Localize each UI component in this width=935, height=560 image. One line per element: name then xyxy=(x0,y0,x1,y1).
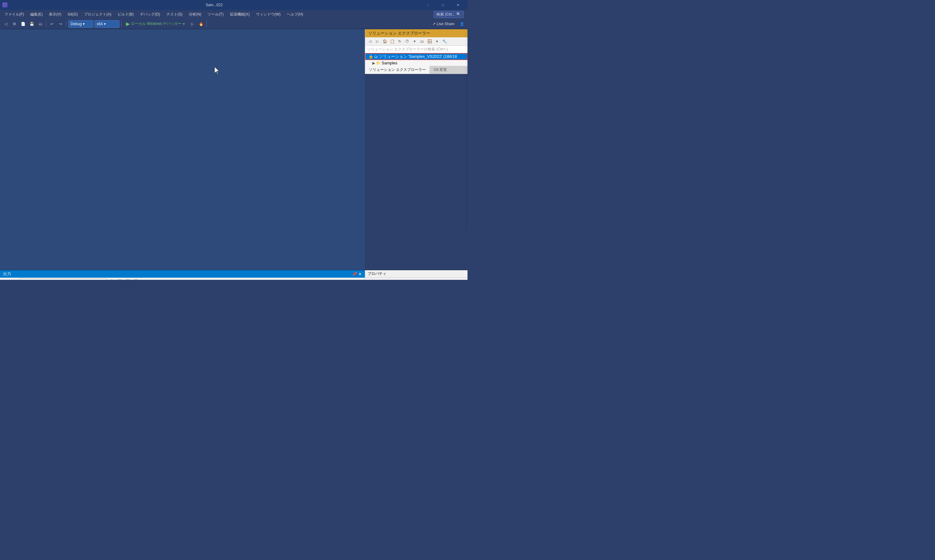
platform-dropdown[interactable]: x64 ▾ xyxy=(95,20,119,28)
toolbar-run2-btn[interactable]: ▷ xyxy=(188,20,196,28)
maximize-button[interactable]: □ xyxy=(436,0,450,10)
properties-panel: プロパティ ⊞ ↕ 🔧 Samples_VS2022 ソリューションのプロパティ… xyxy=(365,270,467,280)
output-align2-btn[interactable]: ⬛ xyxy=(124,278,131,280)
share-icon: ↗ xyxy=(432,22,436,26)
menu-build[interactable]: ビルド(B) xyxy=(114,11,137,18)
props-sort-btn[interactable]: ↕ xyxy=(374,278,381,280)
se-btn2[interactable]: ⏱ xyxy=(404,38,411,45)
se-collapse-btn[interactable]: 🗂 xyxy=(419,38,425,45)
menu-test[interactable]: テスト(S) xyxy=(163,11,186,18)
folder-icon: 📁 xyxy=(376,61,381,65)
output-toolbar: 出力元(S): ソース管理 - Git ▾ 🚫 ⬛ ⬛ ⬛ ≡ xyxy=(0,278,365,280)
se-refresh-btn[interactable]: ↻ xyxy=(396,38,403,45)
chevron-down-icon: ▾ xyxy=(103,280,105,280)
se-btn1[interactable]: 📋 xyxy=(389,38,396,45)
toolbar-sep-3 xyxy=(121,21,122,27)
toolbar-hotreload-btn[interactable]: 🔥 xyxy=(197,20,205,28)
expand-icon: ▶ xyxy=(372,61,375,65)
play-icon: ▶ xyxy=(126,21,130,27)
output-clear-btn[interactable]: 🚫 xyxy=(108,278,115,280)
menu-file[interactable]: ファイル(F) xyxy=(1,11,27,18)
search-box[interactable]: 検索 (Ctrl... 🔍 xyxy=(434,11,464,18)
window-controls: － □ ✕ xyxy=(421,0,465,10)
se-view-btn[interactable]: 🪟 xyxy=(426,38,433,45)
toolbar-btn-4[interactable]: 🗂 xyxy=(37,20,44,28)
se-forward-btn[interactable]: ▷ xyxy=(374,38,381,45)
se-back-btn[interactable]: ◁ xyxy=(367,38,373,45)
window-title: Sam...022 xyxy=(9,3,420,7)
solution-explorer-title: ソリューション エクスプローラー xyxy=(365,29,467,37)
output-align3-btn[interactable]: ⬛ xyxy=(132,278,139,280)
tab-git-changes[interactable]: Git 変更 xyxy=(430,66,451,74)
toolbar-btn-1[interactable]: ⚙ xyxy=(11,20,18,28)
editor-area xyxy=(0,29,365,270)
menu-window[interactable]: ウィンドウ(W) xyxy=(253,11,284,18)
toolbar-sep-1 xyxy=(46,21,46,27)
bottom-area: 出力 📌 ✕ 出力元(S): ソース管理 - Git ▾ 🚫 ⬛ ⬛ ⬛ ≡ リ… xyxy=(0,270,467,280)
menu-analyze[interactable]: 分析(N) xyxy=(186,11,205,18)
output-more-btn[interactable]: ≡ xyxy=(140,278,147,280)
close-button[interactable]: ✕ xyxy=(451,0,465,10)
properties-title-bar: プロパティ xyxy=(365,270,467,278)
menu-project[interactable]: プロジェクト(A) xyxy=(81,11,114,18)
pin-button[interactable]: 📌 xyxy=(352,272,357,277)
solution-explorer: ソリューション エクスプローラー ◁ ▷ 🏠 📋 ↻ ⏱ ▾ 🗂 🪟 ▾ 🔧 ソ… xyxy=(365,29,467,74)
se-home-btn[interactable]: 🏠 xyxy=(381,38,388,45)
tree-item-solution[interactable]: 🔒 🗂 ソリューション 'Samples_VS2022' (186/18 xyxy=(365,53,467,60)
menu-help[interactable]: ヘルプ(H) xyxy=(284,11,307,18)
toolbar-btn-3[interactable]: 💾 xyxy=(28,20,35,28)
menu-tools[interactable]: ツール(T) xyxy=(204,11,226,18)
app-icon xyxy=(3,3,8,8)
se-settings-btn[interactable]: 🔧 xyxy=(441,38,448,45)
menu-git[interactable]: Git(G) xyxy=(65,11,81,18)
title-bar: Sam...022 － □ ✕ xyxy=(0,0,467,10)
lock-icon: 🔒 xyxy=(368,54,373,59)
debug-mode-dropdown[interactable]: Debug ▾ xyxy=(68,20,93,28)
search-icon: 🔍 xyxy=(456,12,461,17)
output-close-btn[interactable]: ✕ xyxy=(358,272,362,277)
props-grid-btn[interactable]: ⊞ xyxy=(367,278,373,280)
toolbar-back-btn[interactable]: ◁ xyxy=(2,20,9,28)
tree-item-samples[interactable]: ▶ 📁 Samples xyxy=(365,60,467,66)
output-title: 出力 📌 ✕ xyxy=(0,270,365,278)
menu-bar: ファイル(F) 編集(E) 表示(V) Git(G) プロジェクト(A) ビルド… xyxy=(0,10,467,18)
toolbar-redo-btn[interactable]: ↪ xyxy=(57,20,65,28)
solution-explorer-toolbar: ◁ ▷ 🏠 📋 ↻ ⏱ ▾ 🗂 🪟 ▾ 🔧 xyxy=(365,37,467,46)
chevron-down-icon: ▾ xyxy=(183,22,185,26)
output-align1-btn[interactable]: ⬛ xyxy=(116,278,123,280)
right-panels: ソリューション エクスプローラー ◁ ▷ 🏠 📋 ↻ ⏱ ▾ 🗂 🪟 ▾ 🔧 ソ… xyxy=(365,29,467,270)
menu-extensions[interactable]: 拡張機能(X) xyxy=(227,11,253,18)
output-panel: 出力 📌 ✕ 出力元(S): ソース管理 - Git ▾ 🚫 ⬛ ⬛ ⬛ ≡ リ… xyxy=(0,270,365,280)
output-controls: 📌 ✕ xyxy=(352,272,362,277)
solution-tabs: ソリューション エクスプローラー Git 変更 xyxy=(365,66,467,74)
solution-search-bar: ソリューション エクスプローラーの検索 (Ctrl+;) xyxy=(365,46,467,53)
properties-toolbar: ⊞ ↕ 🔧 xyxy=(365,278,467,280)
chevron-down-icon: ▾ xyxy=(83,22,85,26)
source-dropdown[interactable]: ソース管理 - Git ▾ xyxy=(20,278,107,280)
tab-solution-explorer[interactable]: ソリューション エクスプローラー xyxy=(365,66,430,74)
toolbar: ◁ ⚙ 📄 💾 🗂 ↩ ↪ Debug ▾ x64 ▾ ▶ ローカル Windo… xyxy=(0,18,467,29)
toolbar-undo-btn[interactable]: ↩ xyxy=(48,20,55,28)
live-share-button[interactable]: ↗ Live Share xyxy=(430,21,457,27)
toolbar-sep-4 xyxy=(206,21,207,27)
toolbar-profile-btn[interactable]: 👤 xyxy=(458,20,466,28)
main-area: ソリューション エクスプローラー ◁ ▷ 🏠 📋 ↻ ⏱ ▾ 🗂 🪟 ▾ 🔧 ソ… xyxy=(0,29,467,270)
minimize-button[interactable]: － xyxy=(421,0,435,10)
run-button[interactable]: ▶ ローカル Windows デバッガー ▾ xyxy=(123,20,187,28)
se-btn3[interactable]: ▾ xyxy=(411,38,418,45)
menu-debug[interactable]: デバッグ(D) xyxy=(137,11,163,18)
menu-edit[interactable]: 編集(E) xyxy=(27,11,46,18)
props-settings-btn[interactable]: 🔧 xyxy=(381,278,388,280)
chevron-down-icon: ▾ xyxy=(104,22,106,26)
se-filter-btn[interactable]: ▾ xyxy=(434,38,441,45)
toolbar-btn-2[interactable]: 📄 xyxy=(19,20,27,28)
solution-icon: 🗂 xyxy=(374,54,378,59)
menu-view[interactable]: 表示(V) xyxy=(46,11,65,18)
